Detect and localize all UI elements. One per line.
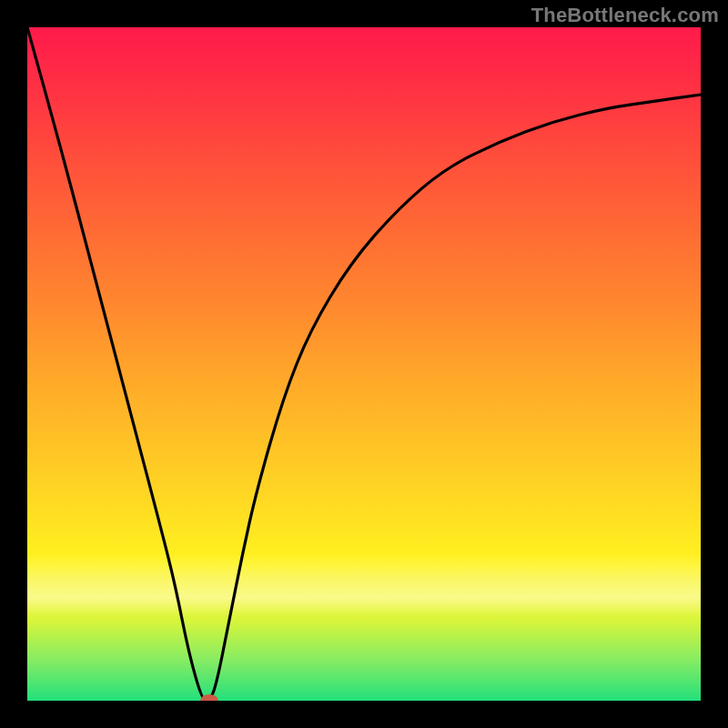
optimum-point-marker xyxy=(200,694,218,701)
attribution-label: TheBottleneck.com xyxy=(531,4,719,27)
bottleneck-curve xyxy=(27,27,701,701)
plot-area xyxy=(27,27,701,701)
chart-frame: TheBottleneck.com xyxy=(0,0,728,728)
